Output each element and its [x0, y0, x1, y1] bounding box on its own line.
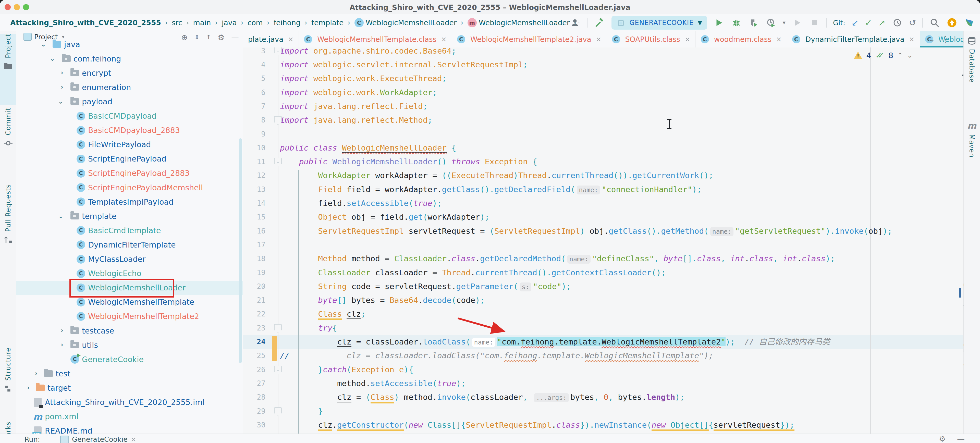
code-token: feihong — [520, 337, 554, 346]
debug-button[interactable] — [731, 17, 742, 28]
git-commit-check-icon[interactable]: ✓ — [865, 18, 872, 27]
tree-item-enumeration[interactable]: ⌄enumeration — [16, 80, 243, 94]
tree-item-label: TemplatesImplPayload — [88, 197, 173, 206]
chevron-down-icon[interactable]: ⌄ — [58, 213, 63, 220]
tree-item-readme-md[interactable]: MDREADME.md — [16, 424, 243, 434]
chevron-right-icon[interactable]: ⌄ — [57, 70, 64, 76]
update-available-icon[interactable] — [946, 17, 958, 28]
tree-item-utils[interactable]: ⌄utils — [16, 338, 243, 352]
breadcrumb-item[interactable]: main — [193, 19, 211, 27]
hide-panel-icon[interactable]: — — [957, 434, 965, 443]
tree-item-testcase[interactable]: ⌄testcase — [16, 324, 243, 338]
user-account-icon[interactable] — [570, 17, 581, 28]
tree-item-test[interactable]: ⌄test — [16, 367, 243, 381]
inspection-widget[interactable]: 4 ✓✓ 8 ⌃ ⌄ — [854, 51, 913, 60]
tree-item-basiccmdpayload-2883[interactable]: CBasicCMDpayload_2883 — [16, 123, 243, 138]
build-hammer-icon[interactable] — [594, 17, 605, 28]
tree-item-target[interactable]: ⌄target — [16, 381, 243, 395]
chevron-down-icon[interactable]: ⌄ — [58, 98, 63, 105]
toolwindow-tab-pull-requests[interactable]: Pull Requests — [0, 184, 16, 264]
tree-item-payload[interactable]: ⌄payload — [16, 94, 243, 109]
toolwindow-tab-project[interactable]: Project — [0, 34, 16, 105]
tree-item-attacking-shiro-with-cve-2020-2555-iml[interactable]: Attacking_Shiro_with_CVE_2020_2555.iml — [16, 395, 243, 410]
chevron-right-icon[interactable]: ⌄ — [57, 343, 64, 348]
tree-item-basiccmdpayload[interactable]: CBasicCMDpayload — [16, 109, 243, 123]
profiler-button[interactable] — [765, 17, 776, 28]
chevron-right-icon[interactable]: ⌄ — [57, 328, 64, 333]
tree-item-pom-xml[interactable]: mpom.xml — [16, 410, 243, 424]
breadcrumb[interactable]: Attacking_Shiro_with_CVE_2020_2555›src›m… — [10, 14, 581, 31]
editor-tab[interactable]: Cwoodmem.class× — [696, 31, 787, 48]
rollback-icon[interactable]: ↺ — [909, 18, 916, 27]
tree-item-scriptenginepayload-2883[interactable]: CScriptEnginePayload_2883 — [16, 166, 243, 180]
tree-item-label: BasicCMDpayload — [88, 111, 157, 121]
close-icon[interactable]: × — [441, 35, 447, 43]
chevron-down-icon[interactable]: ⌄ — [41, 41, 46, 48]
tree-item-basiccmdtemplate[interactable]: CBasicCmdTemplate — [16, 223, 243, 238]
tabs-options-icon[interactable]: ⋮ — [942, 31, 950, 48]
tabs-chevron-icon[interactable]: ⌄ — [929, 31, 935, 48]
breadcrumb-item[interactable]: Attacking_Shiro_with_CVE_2020_2555 — [10, 19, 161, 27]
run-configuration-select[interactable]: GENERATECOOKIE ▼ — [611, 16, 707, 30]
close-icon[interactable]: × — [288, 35, 293, 43]
class-icon: C — [612, 35, 620, 43]
prev-problem-icon[interactable]: ⌃ — [897, 52, 903, 59]
tree-item-filewritepayload[interactable]: CFileWritePayload — [16, 138, 243, 152]
tree-item-weblogicmemshelltemplate2[interactable]: CWeblogicMemshellTemplate2 — [16, 309, 243, 324]
close-icon[interactable]: × — [776, 35, 782, 43]
close-icon[interactable]: × — [130, 435, 137, 443]
run-button[interactable] — [713, 17, 724, 28]
git-push-icon[interactable]: ↗ — [878, 18, 886, 27]
tree-item-myclassloader[interactable]: CMyClassLoader — [16, 252, 243, 267]
close-icon[interactable]: × — [909, 35, 915, 43]
code-token: loadClass — [423, 337, 466, 346]
breadcrumb-item[interactable]: WeblogicMemshellLoader — [479, 19, 570, 27]
breadcrumb-item[interactable]: src — [172, 19, 182, 27]
toolwindow-tab-structure[interactable]: Structure — [0, 348, 16, 416]
toolwindow-tab-commit[interactable]: Commit — [0, 108, 16, 161]
tree-item-label: BasicCmdTemplate — [88, 226, 161, 235]
class-icon: C — [76, 255, 86, 264]
chevron-down-icon[interactable]: ⌄ — [50, 55, 55, 62]
tree-item-generatecookie[interactable]: CGenerateCookie — [16, 352, 243, 367]
close-icon[interactable]: × — [596, 35, 601, 43]
tree-item-scriptenginepayload[interactable]: CScriptEnginePayload — [16, 152, 243, 166]
gear-icon[interactable]: ⚙ — [939, 434, 946, 443]
breadcrumb-item[interactable]: WeblogicMemshellLoader — [366, 19, 457, 27]
code-with-me-icon[interactable] — [964, 17, 975, 28]
close-icon[interactable]: × — [685, 35, 690, 43]
chevron-right-icon[interactable]: ⌄ — [32, 371, 38, 376]
code-editor[interactable]: 3import org.apache.shiro.codec.Base64;4i… — [243, 48, 964, 434]
git-update-icon[interactable]: ↙ — [851, 18, 859, 27]
next-problem-icon[interactable]: ⌄ — [907, 52, 913, 59]
editor-tab[interactable]: plate.java× — [243, 31, 299, 48]
history-icon[interactable] — [892, 17, 903, 28]
tree-item-java[interactable]: ⌄java — [16, 37, 243, 52]
chevron-right-icon[interactable]: ⌄ — [24, 385, 30, 391]
editor-tab[interactable]: CWeblogicMemshellTemplate.class× — [299, 31, 452, 48]
toolwindow-tab-database[interactable]: Database — [964, 36, 980, 97]
breadcrumb-item[interactable]: java — [222, 19, 237, 27]
breadcrumb-item[interactable]: template — [311, 19, 344, 27]
tree-item-template[interactable]: ⌄template — [16, 209, 243, 223]
breadcrumb-item[interactable]: feihong — [274, 19, 301, 27]
editor-tab[interactable]: CSOAPUtils.class× — [607, 31, 696, 48]
tree-item-dynamicfiltertemplate[interactable]: CDynamicFilterTemplate — [16, 238, 243, 252]
project-scrollbar[interactable] — [239, 138, 242, 363]
tree-item-encrypt[interactable]: ⌄encrypt — [16, 66, 243, 80]
run-tab[interactable]: GenerateCookie × — [60, 435, 136, 443]
chevron-right-icon[interactable]: ⌄ — [57, 85, 64, 90]
tree-item-com-feihong[interactable]: ⌄com.feihong — [16, 52, 243, 66]
package-folder-icon — [70, 83, 80, 92]
run-with-coverage-button[interactable] — [748, 17, 759, 28]
chevron-down-icon[interactable]: ▾ — [783, 20, 786, 25]
tree-item-templatesimplpayload[interactable]: CTemplatesImplPayload — [16, 195, 243, 209]
code-token: getCurrentWork — [632, 171, 699, 180]
editor-tab[interactable]: CWeblogicMemshellTemplate2.java× — [452, 31, 607, 48]
tree-item-scriptenginepayloadmemshell[interactable]: CScriptEnginePayloadMemshell — [16, 180, 243, 195]
editor-tab[interactable]: CDynamicFilterTemplate.java× — [787, 31, 920, 48]
search-everywhere-icon[interactable] — [929, 17, 940, 28]
toolwindow-tab-maven[interactable]: mMaven — [964, 121, 980, 176]
breadcrumb-item[interactable]: com — [248, 19, 263, 27]
main-toolbar: Attacking_Shiro_with_CVE_2020_2555›src›m… — [0, 14, 980, 31]
